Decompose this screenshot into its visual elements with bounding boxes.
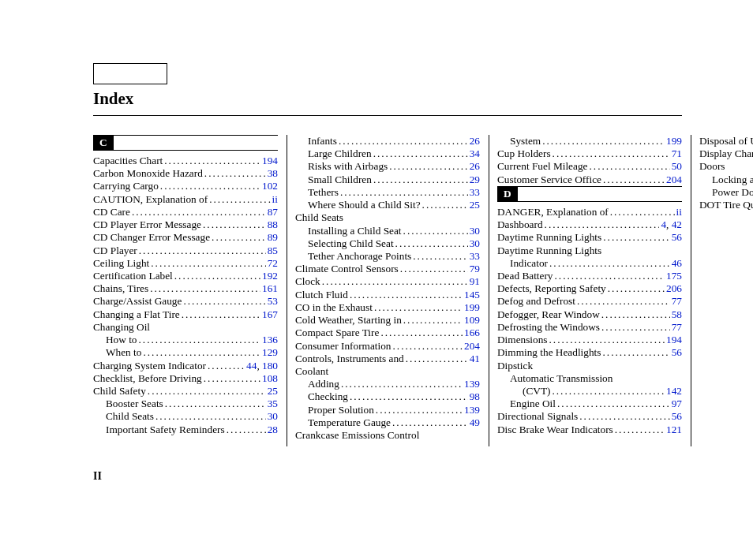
- page-link[interactable]: 35: [268, 398, 278, 409]
- index-entry-pages: 34: [470, 147, 480, 160]
- page-link[interactable]: 87: [268, 206, 278, 218]
- page-link[interactable]: 129: [262, 346, 278, 358]
- page-link[interactable]: 175: [666, 270, 682, 282]
- page-link[interactable]: 25: [470, 199, 480, 211]
- page-link[interactable]: 194: [262, 155, 278, 166]
- index-entry: Disposal of Used Oil138: [699, 135, 753, 147]
- page-link[interactable]: ii: [272, 193, 278, 205]
- page-link[interactable]: 102: [262, 180, 278, 192]
- index-entry-pages: 192: [262, 270, 278, 282]
- page-link[interactable]: 26: [470, 160, 480, 172]
- index-entry-pages: 206: [666, 282, 682, 295]
- page-link[interactable]: 108: [262, 372, 278, 384]
- page-link[interactable]: 97: [672, 398, 682, 409]
- page-link[interactable]: 79: [470, 263, 480, 274]
- page-link[interactable]: 206: [666, 282, 682, 294]
- index-entry: Changing a Flat Tire167: [93, 308, 278, 321]
- page-link[interactable]: 77: [672, 321, 682, 333]
- page-link[interactable]: 26: [470, 135, 480, 147]
- page-link[interactable]: 180: [262, 360, 278, 371]
- index-entry-label: CAUTION, Explanation of: [93, 193, 208, 206]
- page-link[interactable]: 30: [470, 237, 480, 249]
- leader-dots: [380, 327, 463, 339]
- index-entry-pages: 33: [470, 250, 480, 263]
- page-link[interactable]: 29: [470, 174, 480, 185]
- page-link[interactable]: 72: [268, 257, 278, 269]
- page-link[interactable]: 139: [464, 378, 480, 390]
- leader-dots: [373, 174, 468, 186]
- leader-dots: [579, 410, 669, 423]
- page-link[interactable]: 71: [672, 147, 682, 159]
- leader-dots: [322, 275, 468, 288]
- leader-dots: [212, 231, 266, 244]
- page-link[interactable]: 30: [268, 410, 278, 422]
- page-link[interactable]: 77: [672, 295, 682, 307]
- index-entry: DOT Tire Quality Grading196: [699, 199, 753, 211]
- page-link[interactable]: 166: [464, 327, 480, 338]
- section-letter: D: [497, 187, 518, 201]
- page-link[interactable]: 167: [262, 308, 278, 320]
- page-link[interactable]: 28: [268, 424, 278, 435]
- index-entry-pages: 88: [268, 218, 278, 231]
- page-link[interactable]: 34: [470, 147, 480, 159]
- index-entry-pages: ii: [676, 206, 682, 218]
- page-link[interactable]: 204: [666, 174, 682, 185]
- page-link[interactable]: 30: [470, 225, 480, 237]
- page-link[interactable]: 199: [666, 135, 682, 147]
- page-link[interactable]: 145: [464, 289, 480, 301]
- leader-dots: [392, 416, 468, 429]
- page-link[interactable]: 58: [672, 308, 682, 320]
- index-entry: Controls, Instruments and41: [295, 353, 480, 365]
- index-entry-label: CO in the Exhaust: [295, 301, 373, 314]
- page-link[interactable]: 38: [268, 167, 278, 179]
- index-entry-label: Dead Battery: [497, 270, 553, 282]
- index-entry: CD Care87: [93, 206, 278, 218]
- page-link[interactable]: 161: [262, 282, 278, 294]
- page-link[interactable]: 50: [672, 160, 682, 172]
- index-entry-pages: 139: [464, 378, 480, 390]
- leader-dots: [545, 218, 660, 231]
- index-entry-label: Defog and Defrost: [497, 295, 575, 308]
- page-link[interactable]: 139: [464, 404, 480, 416]
- page-link[interactable]: 46: [672, 257, 682, 269]
- index-entry-pages: 108: [262, 372, 278, 385]
- index-entry-label: Certification Label: [93, 270, 173, 282]
- page-link[interactable]: 42: [672, 218, 682, 230]
- page-link[interactable]: 199: [464, 301, 480, 313]
- index-entry-label: Locking and Unlocking: [712, 174, 753, 186]
- page-link[interactable]: 44: [246, 360, 257, 371]
- page-link[interactable]: 25: [268, 385, 278, 397]
- page-link[interactable]: 53: [268, 295, 278, 307]
- page-link[interactable]: 33: [470, 186, 480, 198]
- page-link[interactable]: 49: [470, 416, 480, 428]
- index-entry: When to129: [93, 346, 278, 359]
- page-link[interactable]: 192: [262, 270, 278, 282]
- page-link[interactable]: 56: [672, 231, 682, 243]
- index-entry-pages: 72: [268, 257, 278, 270]
- page-link[interactable]: 91: [470, 275, 480, 287]
- index-entry: Child Seats: [295, 211, 480, 224]
- index-entry-label: (CVT): [523, 385, 550, 398]
- page-link[interactable]: 121: [666, 424, 682, 435]
- page-link[interactable]: 98: [470, 390, 480, 402]
- page-link[interactable]: 204: [464, 340, 480, 352]
- page-link[interactable]: 33: [470, 250, 480, 262]
- index-entry-pages: 26: [470, 135, 480, 147]
- leader-dots: [227, 424, 266, 436]
- index-entry-pages: 199: [666, 135, 682, 147]
- index-entry: CD Changer Error Message89: [93, 231, 278, 244]
- index-entry-label: Selecting Child Seat: [308, 237, 394, 250]
- index-entry-pages: 87: [268, 206, 278, 218]
- page-link[interactable]: 136: [262, 334, 278, 345]
- page-link[interactable]: 88: [268, 218, 278, 230]
- page-link[interactable]: 41: [470, 353, 480, 364]
- page-link[interactable]: 194: [666, 334, 682, 345]
- page-link[interactable]: ii: [676, 206, 682, 218]
- page-link[interactable]: 109: [464, 314, 480, 326]
- page-link[interactable]: 85: [268, 245, 278, 256]
- page-link[interactable]: 89: [268, 231, 278, 243]
- page-link[interactable]: 56: [672, 410, 682, 422]
- page-link[interactable]: 56: [672, 346, 682, 358]
- page-link[interactable]: 142: [666, 385, 682, 397]
- index-entry-pages: 121: [666, 424, 682, 436]
